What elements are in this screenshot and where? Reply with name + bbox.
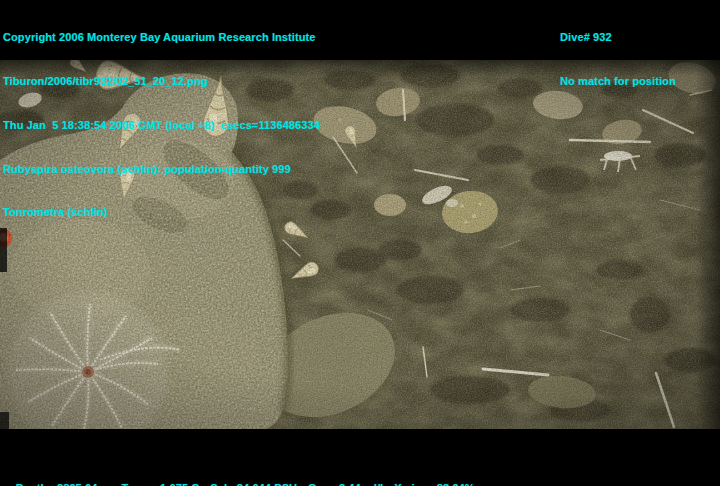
- annotation-line-tonrometra: Tonrometra (schlin): [3, 205, 320, 220]
- overlay-top-left: Copyright 2006 Monterey Bay Aquarium Res…: [3, 1, 320, 249]
- video-annotation-screen: Copyright 2006 Monterey Bay Aquarium Res…: [0, 0, 720, 486]
- overlay-top-right: Dive# 932 No match for position: [560, 1, 676, 118]
- status-depth: Depth= 2895.64 m: [16, 482, 111, 486]
- status-transmissivity: Xmiss= 83.94%: [394, 482, 475, 486]
- position-status: No match for position: [560, 74, 676, 89]
- status-bar: Depth= 2895.64 mTemp= 1.675 CSal= 34.644…: [3, 466, 475, 486]
- status-salinity: Sal= 34.644 PSU: [210, 482, 297, 486]
- status-temperature: Temp= 1.675 C: [121, 482, 199, 486]
- status-oxygen: Oxy= 2.44 ml/l: [308, 482, 383, 486]
- copyright-line: Copyright 2006 Monterey Bay Aquarium Res…: [3, 30, 320, 45]
- timestamp-line: Thu Jan 5 18:38:54 2006 GMT (local +8) e…: [3, 118, 320, 133]
- dive-number: Dive# 932: [560, 30, 676, 45]
- image-path-line: Tiburon/2006/tibr932/02_51_20_12.png: [3, 74, 320, 89]
- annotation-line-rubyspira: Rubyspira osteovora (schlin): population…: [3, 162, 320, 177]
